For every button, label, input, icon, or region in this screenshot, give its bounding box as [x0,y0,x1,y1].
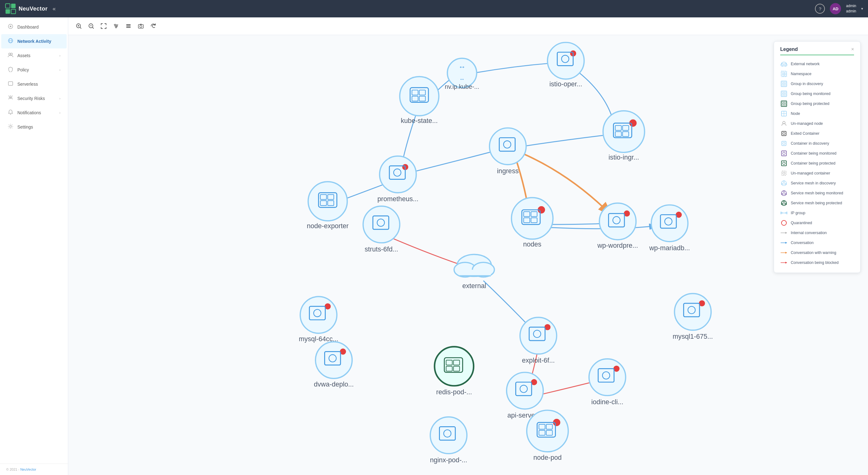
node-struts-6fd: struts-6fd... [363,206,400,253]
svg-point-196 [783,172,785,175]
svg-rect-12 [8,82,13,85]
svg-rect-171 [782,84,784,86]
graph-area[interactable]: kube-state... ↔ ↔ nv.ip.kube-... istio-o… [68,35,868,475]
legend-items: External network Namespace Group in disc… [780,59,854,268]
legend-icon-external-network [780,60,788,68]
legend-icon-container-discovery [780,140,788,147]
legend-item-container-discovery: Container in discovery [780,139,854,148]
fit-button[interactable] [98,21,109,32]
svg-text:iodine-cli...: iodine-cli... [591,398,623,406]
node-istio-ingr: istio-ingr... [603,111,645,161]
node-node-exporter: node-exporter [307,182,349,230]
legend-item-group-discovery: Group in discovery [780,79,854,89]
node-redis-pod: redis-pod-... [435,347,474,396]
zoom-out-button[interactable] [86,21,97,32]
notifications-icon [7,109,14,116]
legend-item-service-mesh-monitored: Service mesh being monitored [780,188,854,198]
legend-label-unmanaged-node: Un-managed node [791,121,823,126]
legend-icon-service-mesh-discovery [780,179,788,187]
svg-rect-106 [459,270,491,276]
svg-rect-0 [6,4,10,8]
svg-marker-225 [785,252,787,254]
legend-label-conversation-warning: Conversation with warning [791,250,836,255]
legend-label-exited-container: Exited Container [791,131,819,136]
sidebar-label-notifications: Notifications [18,110,56,115]
sidebar-item-serverless[interactable]: Serverless [1,77,67,91]
legend-item-node: Node [780,109,854,119]
svg-text:exploit-6f...: exploit-6f... [522,356,555,364]
user-role: admin [846,9,856,14]
legend-label-unmanaged-container: Un-managed container [791,171,830,175]
svg-text:struts-6fd...: struts-6fd... [365,245,398,253]
svg-line-216 [784,202,785,203]
sidebar-item-notifications[interactable]: Notifications› [1,106,67,120]
help-button[interactable]: ? [815,4,825,14]
legend-close-button[interactable]: × [851,47,854,52]
svg-rect-167 [784,74,786,76]
legend-label-group-protected: Group being protected [791,101,829,106]
legend-item-group-protected: Group being protected [780,99,854,109]
sidebar-label-settings: Settings [18,124,61,129]
logo-area: NeuVector « [5,3,815,14]
svg-point-212 [783,201,785,202]
svg-text:kube-state...: kube-state... [401,117,438,124]
screenshot-button[interactable] [135,21,147,32]
svg-line-15 [8,96,9,96]
user-menu-chevron[interactable]: ▾ [861,6,863,11]
list-button[interactable] [123,21,134,32]
footer-link[interactable]: NeuVector [20,468,36,471]
svg-point-145 [527,410,568,452]
sidebar-label-dashboard: Dashboard [18,25,61,29]
refresh-button[interactable] [148,21,159,32]
svg-point-93 [599,203,636,240]
svg-point-214 [785,203,787,205]
legend-item-exited-container: Exited Container [780,128,854,139]
zoom-in-button[interactable] [73,21,84,32]
svg-point-98 [651,205,688,241]
sidebar-item-assets[interactable]: Assets› [1,49,67,63]
svg-rect-191 [781,151,786,156]
sidebar-item-policy[interactable]: Policy› [1,63,67,77]
sidebar-label-network-activity: Network Activity [18,39,61,44]
svg-text:↔: ↔ [459,63,466,71]
svg-rect-33 [126,27,131,28]
sidebar-item-network-activity[interactable]: Network Activity [1,34,67,49]
legend-icon-unmanaged-node [780,120,788,127]
sidebar-item-dashboard[interactable]: Dashboard [1,20,67,34]
main-content: kube-state... ↔ ↔ nv.ip.kube-... istio-o… [68,18,868,475]
sidebar-nav: DashboardNetwork ActivityAssets›Policy›S… [0,20,68,134]
svg-line-202 [784,182,785,183]
svg-point-141 [430,417,467,453]
svg-text:istio-oper...: istio-oper... [549,80,582,88]
legend-icon-node [780,110,788,117]
node-external: external [454,255,495,290]
legend-label-container-discovery: Container in discovery [791,141,829,146]
svg-rect-164 [782,72,784,74]
legend-icon-container-protected [780,159,788,167]
svg-rect-193 [781,161,786,166]
sidebar-item-security-risks[interactable]: Security Risks› [1,91,67,106]
node-kube-state: kube-state... [400,77,439,125]
legend-label-service-mesh-discovery: Service mesh in discovery [791,181,836,185]
collapse-sidebar-button[interactable]: « [50,4,58,13]
legend-label-external-network: External network [791,62,819,66]
filter-button[interactable] [111,21,122,32]
svg-rect-195 [782,171,786,175]
svg-point-28 [115,24,116,26]
legend-panel: Legend × External network Namespace Grou… [774,41,861,273]
legend-item-service-mesh-discovery: Service mesh in discovery [780,178,854,188]
legend-item-conversation: Conversation [780,238,854,248]
svg-line-21 [80,27,81,29]
svg-point-57 [380,156,416,193]
legend-icon-unmanaged-container [780,170,788,177]
svg-rect-165 [784,72,786,74]
legend-header: Legend × [780,47,854,55]
svg-line-16 [12,96,13,96]
node-istio-oper: istio-oper... [548,42,584,88]
policy-icon [7,66,14,73]
legend-item-conversation-blocked: Conversation being blocked [780,258,854,268]
assets-icon [7,52,14,59]
svg-text:node-pod: node-pod [533,453,561,461]
svg-text:wp-wordpre...: wp-wordpre... [597,241,638,249]
sidebar-item-settings[interactable]: Settings [1,120,67,134]
